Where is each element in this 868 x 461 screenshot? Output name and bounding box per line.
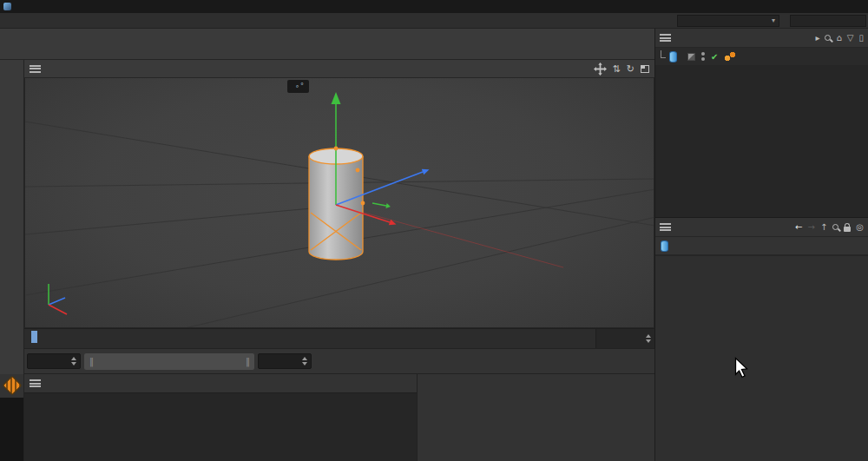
- main-menubar: ▾: [0, 13, 868, 29]
- coordinates-footer: [421, 392, 651, 411]
- interface-dropdown[interactable]: [790, 15, 866, 27]
- target-icon[interactable]: ◎: [856, 222, 864, 232]
- cylinder-object-icon[interactable]: [669, 51, 677, 63]
- material-menubar: [24, 374, 417, 393]
- search-icon[interactable]: [825, 35, 831, 41]
- mouse-cursor: [730, 357, 753, 379]
- viewport-menu-icon[interactable]: [30, 65, 41, 73]
- timeline-ruler[interactable]: [24, 328, 654, 348]
- title-bar: [0, 0, 868, 13]
- coordinates-panel: [417, 374, 654, 461]
- range-grip-left[interactable]: ‖: [89, 357, 93, 366]
- viewport-menubar: ⇅ ↻: [24, 60, 654, 77]
- back-arrow-icon[interactable]: ←: [795, 222, 802, 232]
- main-toolbar: [0, 29, 654, 60]
- material-ball-icon[interactable]: [2, 376, 22, 396]
- menubar-right: ▾: [672, 15, 868, 27]
- hierarchy-connector: [661, 50, 666, 58]
- zoom-view-icon[interactable]: ⇅: [613, 63, 621, 75]
- range-grip-right[interactable]: ‖: [246, 357, 249, 366]
- viewport-scene: [25, 78, 654, 328]
- phong-tag-icon[interactable]: [724, 51, 736, 62]
- current-frame-field[interactable]: [595, 329, 654, 348]
- range-start-spinner[interactable]: [69, 357, 76, 366]
- panel-icon[interactable]: ▯: [858, 33, 864, 43]
- node-space-dropdown[interactable]: ▾: [677, 15, 779, 27]
- material-icon-column: [0, 374, 24, 461]
- home-icon[interactable]: ⌂: [836, 33, 841, 43]
- viewport-panel: ⇅ ↻: [24, 60, 654, 348]
- attribute-manager-menubar: ← → ↑ ◎: [655, 218, 868, 237]
- right-panel: ▸ ⌂ ▽ ▯ ✔ ← → ↑: [654, 29, 868, 461]
- attribute-manager-body: [655, 272, 868, 461]
- object-row-cylinder[interactable]: ✔: [655, 48, 868, 65]
- material-menu-icon[interactable]: [30, 379, 41, 387]
- object-manager-menu-icon[interactable]: [660, 34, 671, 42]
- visibility-dots-icon[interactable]: [701, 52, 705, 61]
- object-manager-menubar: ▸ ⌂ ▽ ▯: [655, 29, 868, 48]
- maximize-view-icon[interactable]: [641, 65, 649, 73]
- object-manager-body[interactable]: [655, 65, 868, 218]
- attribute-object-title-row: [655, 237, 868, 254]
- range-start-field[interactable]: [27, 353, 81, 369]
- lock-icon[interactable]: [844, 227, 851, 232]
- attribute-section-title: [655, 256, 868, 272]
- corner-filler: [0, 398, 23, 461]
- current-frame-spinner[interactable]: [643, 334, 651, 343]
- camera-badge[interactable]: ∘°: [287, 80, 309, 93]
- layer-toggle-icon[interactable]: [687, 53, 695, 61]
- viewport-canvas[interactable]: ∘°: [24, 77, 654, 328]
- attribute-manager-menu-icon[interactable]: [660, 223, 671, 231]
- timeline-playhead[interactable]: [31, 331, 37, 343]
- range-end-field[interactable]: [258, 353, 312, 369]
- up-arrow-icon[interactable]: ↑: [820, 222, 827, 232]
- object-manager-icons: ▸ ⌂ ▽ ▯: [815, 33, 864, 43]
- mode-toolbar: [0, 60, 24, 374]
- enable-check-icon[interactable]: ✔: [711, 52, 718, 62]
- filter-icon[interactable]: ▽: [847, 33, 854, 43]
- app-window: ▾ ⇅ ↻: [0, 0, 868, 461]
- timeline-ruler-ticks[interactable]: [24, 329, 595, 348]
- pan-view-icon[interactable]: [594, 63, 607, 76]
- app-icon: [3, 3, 11, 10]
- cylinder-object-icon: [661, 240, 668, 252]
- transport-bar: ‖ ‖: [24, 348, 654, 374]
- rotate-view-icon[interactable]: ↻: [627, 63, 635, 75]
- forward-arrow-icon: →: [807, 222, 814, 232]
- timeline-range-slider[interactable]: ‖ ‖: [84, 353, 254, 370]
- attribute-manager-icons: ← → ↑ ◎: [795, 222, 864, 232]
- expand-arrow-icon[interactable]: ▸: [815, 33, 819, 43]
- chevron-down-icon: ▾: [772, 16, 775, 24]
- camera-badge-icons: ∘°: [295, 82, 305, 90]
- coordinates-header: [421, 377, 651, 391]
- range-end-spinner[interactable]: [299, 357, 307, 366]
- viewport-nav-icons: ⇅ ↻: [594, 63, 649, 76]
- search-icon[interactable]: [832, 224, 838, 230]
- material-manager: [24, 374, 417, 461]
